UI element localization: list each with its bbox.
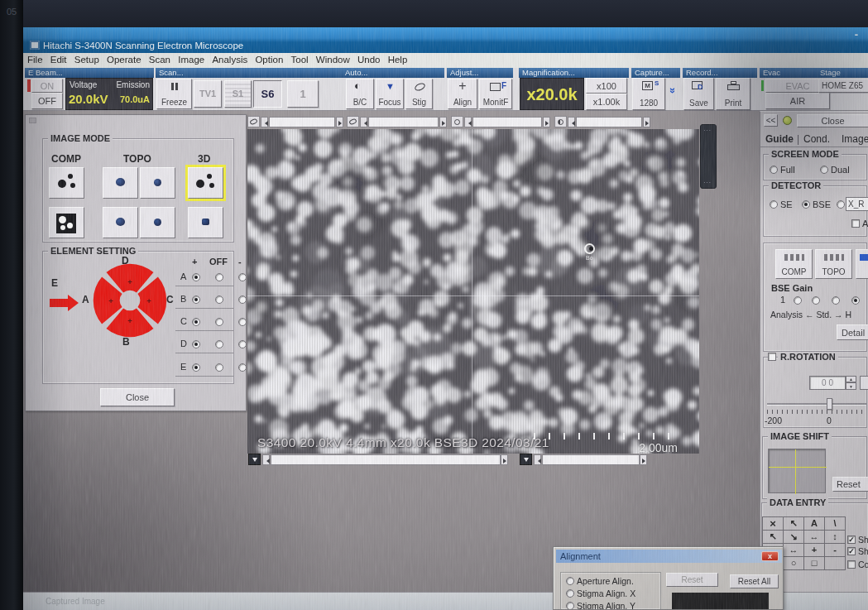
mode-topo-3-button[interactable] [103, 207, 138, 238]
tool-arrow-v-icon[interactable]: ↕ [825, 531, 846, 544]
menu-item-operate[interactable]: Operate [107, 53, 141, 65]
show1-checkbox[interactable]: ✓ [847, 536, 856, 544]
slider-icon-1[interactable] [247, 116, 260, 127]
menu-item-file[interactable]: File [27, 53, 43, 65]
slider2-right-arrow[interactable] [439, 117, 447, 127]
menu-item-tool[interactable]: Tool [291, 53, 309, 65]
mode-topo-2-button[interactable] [140, 167, 175, 199]
menu-item-setup[interactable]: Setup [74, 53, 99, 65]
stage-home-button[interactable]: HOME Z65 [818, 79, 868, 93]
auto-focus-button[interactable]: ▼ Focus [376, 79, 404, 109]
tab-cond[interactable]: Cond. [803, 133, 830, 145]
bottom-slider2-track[interactable] [542, 454, 640, 465]
adjust-align-button[interactable]: + Align [448, 79, 477, 109]
slider1-right-arrow[interactable] [336, 117, 343, 127]
capture-button[interactable]: M S 1280 [632, 78, 665, 110]
pin-icon[interactable] [783, 116, 792, 125]
mode-3d-1-button[interactable] [188, 167, 223, 199]
scan-tv1-button[interactable]: TV1 [194, 80, 222, 108]
mag-x1k-button[interactable]: x1.00k [586, 94, 627, 110]
element-b-minus-radio[interactable] [238, 295, 247, 304]
element-c-off-radio[interactable] [215, 318, 223, 326]
rotation-value-field[interactable]: 0 0 [809, 376, 846, 390]
tool-minus-icon[interactable]: - [825, 544, 846, 557]
mode-topo-4-button[interactable] [140, 207, 175, 238]
slider4-right-arrow[interactable] [643, 117, 650, 127]
beam-on-button[interactable]: ON [31, 79, 63, 93]
slider3-left-arrow[interactable] [464, 117, 472, 127]
image-shift-pad[interactable] [768, 449, 826, 493]
bse-comp-button[interactable]: COMP [775, 249, 813, 279]
tab-guide[interactable]: Guide [765, 133, 794, 145]
menu-item-help[interactable]: Help [388, 53, 408, 65]
bottom-slider-icon-2[interactable] [520, 454, 532, 465]
screen-mode-dual-radio[interactable] [820, 166, 828, 174]
freeze-button[interactable]: Freeze [156, 79, 192, 109]
menu-item-image[interactable]: Image [178, 53, 204, 65]
tool-empty-cell[interactable] [825, 557, 846, 570]
menu-item-window[interactable]: Window [316, 53, 350, 65]
element-a-minus-radio[interactable] [238, 273, 247, 281]
adjust-monitf-button[interactable]: F MonitF [479, 79, 512, 109]
mag-x100-button[interactable]: x100 [586, 78, 627, 94]
mode-comp-2-button[interactable] [49, 207, 84, 238]
show2-checkbox[interactable]: ✓ [847, 547, 856, 555]
color-checkbox[interactable] [847, 560, 856, 569]
bottom-slider-icon-1[interactable] [248, 454, 261, 465]
slider2-left-arrow[interactable] [360, 117, 367, 127]
image-mode-close-button[interactable]: Close [100, 388, 175, 406]
panel-collapse-button[interactable]: << [764, 114, 778, 127]
bottom-slider2-left-arrow[interactable] [534, 454, 541, 465]
element-c-minus-radio[interactable] [238, 318, 247, 326]
capture-chevron-icon[interactable]: « [665, 88, 678, 94]
bse-gain-radio-2[interactable] [812, 296, 820, 305]
element-a-plus-radio[interactable] [192, 273, 200, 281]
element-b-plus-radio[interactable] [192, 295, 200, 304]
save-button[interactable]: D Save [683, 78, 714, 110]
scan-s6-button[interactable]: S6 [253, 80, 282, 108]
element-d-minus-radio[interactable] [238, 340, 247, 348]
slider2-track[interactable] [368, 117, 439, 127]
slider-icon-4[interactable] [554, 116, 567, 127]
tool-ellipse-icon[interactable]: ○ [784, 557, 804, 570]
rotation-spinner[interactable]: ▲ ▼ [846, 376, 856, 390]
tool-arrow-se-icon[interactable]: ↘ [784, 531, 804, 544]
bse-shadow-button[interactable] [856, 249, 868, 279]
spin-down-icon[interactable]: ▼ [846, 382, 856, 390]
tool-measure-h-icon[interactable]: ↔ [784, 544, 804, 557]
auto-bc-button[interactable]: ◐ B/C [346, 79, 374, 109]
stigma-align-x-radio[interactable] [566, 589, 574, 598]
bottom-slider1-track[interactable] [271, 454, 501, 465]
element-e-off-radio[interactable] [215, 363, 223, 372]
menu-item-edit[interactable]: Edit [50, 53, 67, 65]
scan-s1-button[interactable]: S1 [224, 80, 252, 108]
detector-xr-select[interactable]: X_R [846, 197, 868, 211]
bottom-slider1-left-arrow[interactable] [262, 454, 270, 465]
minimize-button[interactable]: - [855, 28, 858, 41]
detector-xr-radio[interactable] [837, 200, 845, 209]
spin-up-icon[interactable]: ▲ [846, 376, 856, 382]
mode-3d-2-button[interactable] [188, 207, 223, 238]
tab-image[interactable]: Image [842, 133, 868, 145]
element-d-off-radio[interactable] [215, 340, 223, 348]
element-c-plus-radio[interactable] [192, 318, 200, 326]
tool-rect-icon[interactable]: □ [804, 557, 825, 570]
bse-gain-radio-1[interactable] [794, 296, 802, 305]
image-shift-reset-button[interactable]: Reset [832, 477, 868, 492]
alignment-reset-all-button[interactable]: Reset All [730, 574, 779, 588]
menu-item-analysis[interactable]: Analysis [212, 53, 247, 65]
tool-plus-icon[interactable]: + [804, 544, 825, 557]
slider1-left-arrow[interactable] [261, 117, 268, 127]
element-b-off-radio[interactable] [215, 295, 223, 304]
sem-image[interactable]: Bo S3400 20.0kV 4.4mm x20.0k BSE3D 2024/… [247, 129, 699, 454]
element-e-minus-radio[interactable] [238, 363, 247, 372]
bottom-slider2-right-arrow[interactable] [640, 454, 647, 465]
tool-cursor-icon[interactable]: ↖ [784, 517, 804, 531]
bse-topo-button[interactable]: TOPO [815, 249, 852, 279]
mode-comp-1-button[interactable] [49, 167, 84, 199]
detector-bse-radio[interactable] [802, 200, 810, 209]
slider-icon-2[interactable] [347, 116, 359, 127]
slider3-right-arrow[interactable] [543, 117, 550, 127]
element-d-plus-radio[interactable] [192, 340, 200, 348]
tool-line-icon[interactable]: \ [825, 517, 846, 531]
